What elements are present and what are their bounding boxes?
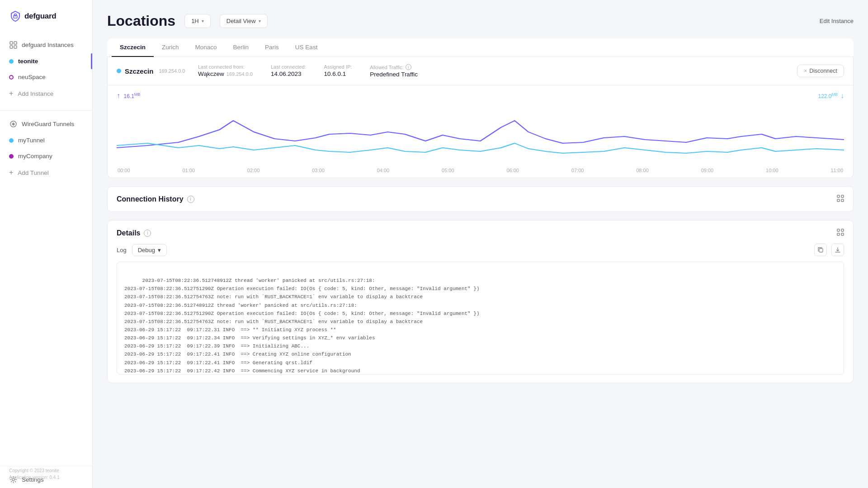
xaxis-label-3: 03:00 [312, 168, 325, 173]
neuspace-dot [9, 75, 14, 80]
wireguard-icon [9, 120, 17, 128]
connection-history-expand-icon[interactable] [837, 195, 844, 203]
tab-berlin[interactable]: Berlin [225, 38, 257, 57]
logo-text: defguard [24, 12, 56, 21]
svg-rect-4 [10, 46, 13, 48]
connection-history-title: Connection History [117, 195, 184, 203]
tab-szczecin[interactable]: Szczecin [112, 38, 154, 57]
sidebar-item-mytunnel[interactable]: myTunnel [0, 132, 92, 148]
teonite-dot [9, 59, 14, 64]
details-expand-icon[interactable] [837, 229, 844, 237]
svg-rect-11 [837, 199, 840, 202]
allowed-traffic: Allowed Traffic: i Predefined Traffic [370, 64, 418, 78]
details-title-left: Details i [117, 229, 151, 237]
log-download-button[interactable] [831, 244, 844, 256]
view-filter-dropdown[interactable]: Detail View ▾ [220, 14, 268, 28]
connection-history-card: Connection History i [107, 186, 854, 212]
sidebar-item-mycompany[interactable]: myCompany [0, 148, 92, 164]
tunnels-section: WireGuard Tunnels myTunnel myCompany + A… [0, 115, 92, 185]
disconnect-button[interactable]: × Disconnect [797, 65, 844, 77]
svg-rect-12 [841, 199, 844, 202]
allowed-traffic-label: Allowed Traffic: i [370, 64, 418, 70]
last-connected-from: Last connected from: Wąkczew 169.254.0.0 [198, 64, 253, 78]
mytunnel-label: myTunnel [18, 137, 45, 144]
add-instance-label: Add Instance [18, 90, 53, 97]
last-connected-from-value: Wąkczew [198, 70, 224, 77]
last-connected-value: 14.06.2023 [271, 70, 306, 77]
connection-history-title-row: Connection History i [117, 195, 844, 203]
download-stat: 122.0MB ↓ [818, 92, 844, 100]
sidebar-footer: Copyright © 2023 teonite Application ver… [9, 467, 60, 481]
instances-section: defguard Instances teonite neuSpace + Ad… [0, 36, 92, 106]
sidebar-item-neuspace[interactable]: neuSpace [0, 69, 92, 85]
svg-rect-13 [837, 229, 840, 231]
chart-stats: ↑ 16.1MB 122.0MB ↓ [117, 92, 844, 100]
xaxis-label-10: 10:00 [766, 168, 778, 173]
tab-monaco[interactable]: Monaco [187, 38, 225, 57]
xaxis-label-8: 08:00 [636, 168, 649, 173]
tab-paris[interactable]: Paris [257, 38, 287, 57]
mycompany-label: myCompany [18, 153, 52, 160]
add-instance-button[interactable]: + Add Instance [0, 85, 92, 102]
sidebar-item-wireguard-tunnels[interactable]: WireGuard Tunnels [0, 115, 92, 132]
logo-icon [9, 10, 22, 23]
sidebar-item-teonite[interactable]: teonite [0, 53, 92, 69]
header-left: Locations 1H ▾ Detail View ▾ [107, 13, 268, 29]
xaxis-label-5: 05:00 [442, 168, 454, 173]
sidebar-bottom: Settings Copyright © 2023 teonite Applic… [0, 461, 92, 488]
tab-us-east[interactable]: US East [287, 38, 326, 57]
sidebar-item-defguard-instances[interactable]: defguard Instances [0, 36, 92, 53]
upload-arrow-icon: ↑ [117, 92, 120, 99]
details-info-icon[interactable]: i [144, 230, 151, 237]
sidebar: defguard defguard Instances teonite neuS… [0, 0, 93, 488]
svg-rect-10 [841, 195, 844, 197]
add-instance-icon: + [9, 89, 13, 98]
add-tunnel-button[interactable]: + Add Tunnel [0, 164, 92, 181]
last-connected-from-label: Last connected from: [198, 64, 253, 70]
allowed-traffic-info-icon[interactable]: i [406, 64, 411, 70]
disconnect-label: Disconnect [809, 68, 837, 74]
log-copy-button[interactable] [814, 244, 827, 256]
last-connected: Last connected: 14.06.2023 [271, 64, 306, 78]
details-title-row: Details i [117, 229, 844, 237]
instances-icon [9, 41, 17, 49]
svg-rect-14 [841, 229, 844, 231]
logo-area: defguard [0, 0, 92, 36]
connection-history-info-icon[interactable]: i [187, 196, 194, 203]
edit-instance-button[interactable]: Edit Instance [820, 18, 854, 24]
last-connected-label: Last connected: [271, 64, 306, 70]
footer-copyright: Copyright © 2023 teonite [9, 467, 60, 474]
assigned-ip: Assigned IP: 10.6.0.1 [324, 64, 352, 78]
log-toolbar-right [814, 244, 844, 256]
traffic-chart-container: ↑ 16.1MB 122.0MB ↓ 00:00 01:00 [107, 85, 854, 178]
log-output: 2023-07-15T08:22:36.512748912Z thread 'w… [117, 262, 844, 375]
location-ip: 169.254.0.0 [159, 68, 185, 74]
download-value: 122.0MB [818, 92, 838, 99]
location-name-group: Szczecin 169.254.0.0 [117, 67, 189, 75]
traffic-chart-svg-wrap [117, 103, 844, 166]
tab-zurich[interactable]: Zurich [154, 38, 187, 57]
instances-label: defguard Instances [22, 42, 74, 48]
svg-rect-17 [819, 249, 823, 252]
connection-history-title-left: Connection History i [117, 195, 194, 203]
details-card: Details i Log Debug ▾ [107, 220, 854, 383]
log-label: Log [117, 247, 127, 253]
time-filter-dropdown[interactable]: 1H ▾ [184, 14, 211, 28]
download-arrow-icon: ↓ [840, 92, 844, 100]
log-level-select[interactable]: Debug ▾ [132, 244, 167, 256]
page-header: Locations 1H ▾ Detail View ▾ Edit Instan… [107, 13, 854, 29]
log-content: 2023-07-15T08:22:36.512748912Z thread 'w… [124, 278, 480, 375]
upload-stat: ↑ 16.1MB [117, 92, 140, 100]
xaxis-label-7: 07:00 [571, 168, 584, 173]
view-filter-chevron: ▾ [259, 19, 261, 23]
svg-point-1 [14, 14, 17, 16]
svg-rect-3 [14, 42, 17, 44]
sidebar-divider-2 [0, 466, 92, 466]
svg-rect-15 [837, 233, 840, 235]
assigned-ip-label: Assigned IP: [324, 64, 352, 70]
location-card: Szczecin 169.254.0.0 Last connected from… [107, 57, 854, 85]
log-toolbar: Log Debug ▾ [117, 244, 844, 256]
location-info-row: Szczecin 169.254.0.0 Last connected from… [117, 64, 844, 78]
view-filter-value: Detail View [226, 18, 256, 24]
page-title: Locations [107, 13, 175, 29]
